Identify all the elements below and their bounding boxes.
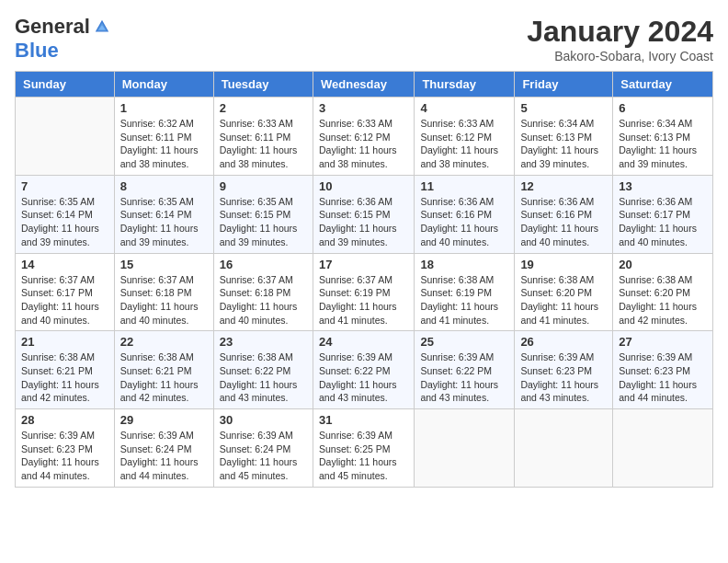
- calendar-cell: 31Sunrise: 6:39 AM Sunset: 6:25 PM Dayli…: [313, 409, 414, 488]
- calendar-table: SundayMondayTuesdayWednesdayThursdayFrid…: [15, 71, 713, 488]
- day-number: 27: [619, 335, 707, 349]
- logo-general-text: General: [15, 15, 90, 39]
- day-info: Sunrise: 6:37 AM Sunset: 6:17 PM Dayligh…: [21, 273, 108, 327]
- calendar-cell: 19Sunrise: 6:38 AM Sunset: 6:20 PM Dayli…: [515, 253, 613, 331]
- day-number: 3: [319, 101, 408, 115]
- day-info: Sunrise: 6:36 AM Sunset: 6:16 PM Dayligh…: [420, 195, 508, 249]
- day-number: 30: [220, 413, 307, 427]
- day-number: 23: [220, 335, 307, 349]
- day-info: Sunrise: 6:38 AM Sunset: 6:19 PM Dayligh…: [420, 273, 508, 327]
- day-info: Sunrise: 6:39 AM Sunset: 6:24 PM Dayligh…: [120, 429, 208, 483]
- day-info: Sunrise: 6:39 AM Sunset: 6:23 PM Dayligh…: [21, 429, 108, 483]
- week-row-5: 28Sunrise: 6:39 AM Sunset: 6:23 PM Dayli…: [16, 409, 713, 488]
- day-number: 12: [520, 179, 607, 193]
- calendar-cell: 10Sunrise: 6:36 AM Sunset: 6:15 PM Dayli…: [313, 175, 414, 253]
- calendar-cell: 2Sunrise: 6:33 AM Sunset: 6:11 PM Daylig…: [213, 98, 313, 176]
- calendar-cell: [16, 98, 115, 176]
- calendar-cell: 15Sunrise: 6:37 AM Sunset: 6:18 PM Dayli…: [114, 253, 213, 331]
- column-header-sunday: Sunday: [16, 72, 115, 98]
- day-info: Sunrise: 6:39 AM Sunset: 6:23 PM Dayligh…: [520, 350, 607, 405]
- day-number: 2: [220, 101, 307, 115]
- day-number: 31: [319, 413, 408, 427]
- week-row-4: 21Sunrise: 6:38 AM Sunset: 6:21 PM Dayli…: [16, 331, 713, 409]
- day-info: Sunrise: 6:37 AM Sunset: 6:18 PM Dayligh…: [120, 273, 208, 327]
- day-number: 7: [21, 179, 108, 193]
- day-info: Sunrise: 6:36 AM Sunset: 6:15 PM Dayligh…: [319, 195, 408, 249]
- day-number: 14: [21, 258, 108, 271]
- day-info: Sunrise: 6:33 AM Sunset: 6:12 PM Dayligh…: [319, 117, 408, 171]
- calendar-cell: 14Sunrise: 6:37 AM Sunset: 6:17 PM Dayli…: [16, 253, 115, 331]
- day-number: 6: [619, 101, 707, 115]
- day-number: 19: [520, 258, 607, 271]
- day-info: Sunrise: 6:36 AM Sunset: 6:17 PM Dayligh…: [619, 195, 707, 249]
- week-row-3: 14Sunrise: 6:37 AM Sunset: 6:17 PM Dayli…: [16, 253, 713, 331]
- column-header-thursday: Thursday: [415, 72, 515, 98]
- title-area: January 2024 Bakoro-Sobara, Ivory Coast: [527, 15, 713, 63]
- calendar-cell: 16Sunrise: 6:37 AM Sunset: 6:18 PM Dayli…: [213, 253, 313, 331]
- day-info: Sunrise: 6:39 AM Sunset: 6:22 PM Dayligh…: [420, 350, 508, 405]
- day-header-row: SundayMondayTuesdayWednesdayThursdayFrid…: [16, 72, 713, 98]
- calendar-cell: 28Sunrise: 6:39 AM Sunset: 6:23 PM Dayli…: [16, 409, 115, 488]
- calendar-cell: 6Sunrise: 6:34 AM Sunset: 6:13 PM Daylig…: [613, 98, 713, 176]
- day-info: Sunrise: 6:39 AM Sunset: 6:22 PM Dayligh…: [319, 350, 408, 405]
- calendar-cell: 9Sunrise: 6:35 AM Sunset: 6:15 PM Daylig…: [213, 175, 313, 253]
- day-info: Sunrise: 6:38 AM Sunset: 6:21 PM Dayligh…: [21, 350, 108, 405]
- day-info: Sunrise: 6:34 AM Sunset: 6:13 PM Dayligh…: [520, 117, 607, 171]
- calendar-cell: 13Sunrise: 6:36 AM Sunset: 6:17 PM Dayli…: [613, 175, 713, 253]
- calendar-cell: 29Sunrise: 6:39 AM Sunset: 6:24 PM Dayli…: [114, 409, 213, 488]
- day-info: Sunrise: 6:33 AM Sunset: 6:11 PM Dayligh…: [220, 117, 307, 171]
- day-info: Sunrise: 6:37 AM Sunset: 6:19 PM Dayligh…: [319, 273, 408, 327]
- day-number: 15: [120, 258, 208, 271]
- day-info: Sunrise: 6:38 AM Sunset: 6:20 PM Dayligh…: [520, 273, 607, 327]
- calendar-cell: 12Sunrise: 6:36 AM Sunset: 6:16 PM Dayli…: [515, 175, 613, 253]
- day-number: 4: [420, 101, 508, 115]
- calendar-cell: [415, 409, 515, 488]
- calendar-cell: 3Sunrise: 6:33 AM Sunset: 6:12 PM Daylig…: [313, 98, 414, 176]
- month-title: January 2024: [527, 15, 713, 49]
- column-header-friday: Friday: [515, 72, 613, 98]
- calendar-cell: [515, 409, 613, 488]
- day-number: 29: [120, 413, 208, 427]
- day-number: 16: [220, 258, 307, 271]
- calendar-cell: 4Sunrise: 6:33 AM Sunset: 6:12 PM Daylig…: [415, 98, 515, 176]
- calendar-cell: 20Sunrise: 6:38 AM Sunset: 6:20 PM Dayli…: [613, 253, 713, 331]
- day-number: 26: [520, 335, 607, 349]
- logo-icon: [94, 18, 110, 35]
- logo-blue-text: Blue: [15, 39, 59, 63]
- day-number: 21: [21, 335, 108, 349]
- day-number: 5: [520, 101, 607, 115]
- calendar-cell: 11Sunrise: 6:36 AM Sunset: 6:16 PM Dayli…: [415, 175, 515, 253]
- day-number: 13: [619, 179, 707, 193]
- day-number: 9: [220, 179, 307, 193]
- day-number: 8: [120, 179, 208, 193]
- day-number: 20: [619, 258, 707, 271]
- day-info: Sunrise: 6:35 AM Sunset: 6:15 PM Dayligh…: [220, 195, 307, 249]
- column-header-wednesday: Wednesday: [313, 72, 414, 98]
- day-info: Sunrise: 6:38 AM Sunset: 6:21 PM Dayligh…: [120, 350, 208, 405]
- day-number: 10: [319, 179, 408, 193]
- calendar-cell: 18Sunrise: 6:38 AM Sunset: 6:19 PM Dayli…: [415, 253, 515, 331]
- day-info: Sunrise: 6:34 AM Sunset: 6:13 PM Dayligh…: [619, 117, 707, 171]
- day-number: 1: [120, 101, 208, 115]
- calendar-cell: 1Sunrise: 6:32 AM Sunset: 6:11 PM Daylig…: [114, 98, 213, 176]
- calendar-cell: 25Sunrise: 6:39 AM Sunset: 6:22 PM Dayli…: [415, 331, 515, 409]
- day-number: 18: [420, 258, 508, 271]
- calendar-cell: 7Sunrise: 6:35 AM Sunset: 6:14 PM Daylig…: [16, 175, 115, 253]
- day-number: 24: [319, 335, 408, 349]
- day-number: 22: [120, 335, 208, 349]
- calendar-cell: 27Sunrise: 6:39 AM Sunset: 6:23 PM Dayli…: [613, 331, 713, 409]
- day-info: Sunrise: 6:37 AM Sunset: 6:18 PM Dayligh…: [220, 273, 307, 327]
- day-number: 28: [21, 413, 108, 427]
- column-header-saturday: Saturday: [613, 72, 713, 98]
- day-info: Sunrise: 6:35 AM Sunset: 6:14 PM Dayligh…: [21, 195, 108, 249]
- day-info: Sunrise: 6:32 AM Sunset: 6:11 PM Dayligh…: [120, 117, 208, 171]
- calendar-cell: 21Sunrise: 6:38 AM Sunset: 6:21 PM Dayli…: [16, 331, 115, 409]
- day-info: Sunrise: 6:36 AM Sunset: 6:16 PM Dayligh…: [520, 195, 607, 249]
- day-info: Sunrise: 6:39 AM Sunset: 6:23 PM Dayligh…: [619, 350, 707, 405]
- calendar-cell: 23Sunrise: 6:38 AM Sunset: 6:22 PM Dayli…: [213, 331, 313, 409]
- day-info: Sunrise: 6:39 AM Sunset: 6:25 PM Dayligh…: [319, 429, 408, 483]
- day-info: Sunrise: 6:39 AM Sunset: 6:24 PM Dayligh…: [220, 429, 307, 483]
- calendar-cell: 8Sunrise: 6:35 AM Sunset: 6:14 PM Daylig…: [114, 175, 213, 253]
- week-row-1: 1Sunrise: 6:32 AM Sunset: 6:11 PM Daylig…: [16, 98, 713, 176]
- column-header-monday: Monday: [114, 72, 213, 98]
